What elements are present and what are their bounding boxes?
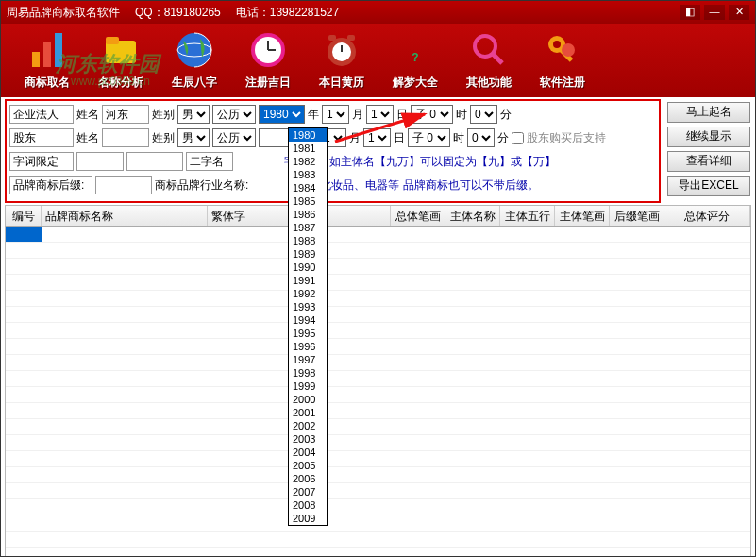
btn-generate[interactable]: 马上起名 (667, 102, 750, 123)
year-option[interactable]: 1987 (289, 221, 327, 234)
year-option[interactable]: 1983 (289, 168, 327, 181)
year-option[interactable]: 1985 (289, 194, 327, 208)
year-option[interactable]: 1993 (289, 300, 327, 313)
cal-2[interactable]: 公历 (212, 128, 256, 147)
tb-analysis[interactable]: 名称分析 (84, 27, 158, 95)
search-icon (466, 27, 512, 73)
tb-register-day[interactable]: 注册吉日 (231, 27, 305, 95)
result-grid: 编号 品牌商标名称 繁体字 总体笔画 主体名称 主体五行 主体笔画 后缀笔画 总… (5, 205, 751, 557)
month-1[interactable]: 1 (322, 105, 349, 124)
sex-2[interactable]: 男 (177, 128, 210, 147)
tb-dream[interactable]: ?解梦大全 (378, 27, 452, 95)
tb-register-soft[interactable]: 软件注册 (526, 27, 599, 95)
twochar[interactable] (186, 152, 233, 171)
tb-trademark[interactable]: 商标取名 (10, 27, 84, 95)
grid-body[interactable] (5, 227, 751, 557)
year-dropdown[interactable]: 1980198119821983198419851986198719881989… (288, 127, 328, 526)
word-limit[interactable] (9, 152, 74, 171)
form-area: 姓名 姓别 男 公历 1980 年 1 月 1 日 子 0 时 0 分 姓名 姓… (5, 99, 661, 203)
svg-line-18 (493, 54, 502, 63)
year-option[interactable]: 1996 (289, 340, 327, 353)
year-option[interactable]: 2009 (289, 512, 327, 525)
tb-bazi[interactable]: 生辰八字 (158, 27, 231, 95)
toolbar: 河东软件园 www.pc0359.cn 商标取名 名称分析 生辰八字 注册吉日 … (1, 24, 755, 97)
close-button[interactable]: ✕ (729, 5, 749, 20)
titlebar: 周易品牌商标取名软件 QQ：819180265 电话：13982281527 ◧… (1, 1, 755, 24)
day-2[interactable]: 1 (363, 128, 391, 147)
svg-rect-14 (347, 35, 355, 41)
word-limit-val2[interactable] (126, 152, 183, 171)
day-1[interactable]: 1 (366, 105, 394, 124)
alarm-icon (319, 27, 364, 73)
hint-row4: 、化妆品、电器等 品牌商标也可以不带后缀。 (309, 177, 538, 194)
sex-1[interactable]: 男 (177, 105, 210, 124)
btn-export[interactable]: 导出EXCEL (667, 176, 750, 196)
cal-1[interactable]: 公历 (212, 105, 256, 124)
key-icon (540, 27, 585, 73)
year-option[interactable]: 1980 (289, 128, 327, 142)
year-option[interactable]: 2008 (289, 498, 327, 512)
svg-point-22 (562, 43, 575, 57)
year-option[interactable]: 2002 (289, 419, 327, 432)
year-option[interactable]: 2004 (289, 446, 327, 459)
year-option[interactable]: 1994 (289, 313, 327, 327)
year-option[interactable]: 1989 (289, 247, 327, 261)
entity-type-1[interactable] (9, 105, 74, 124)
svg-text:?: ? (412, 51, 418, 64)
suffix-val[interactable] (95, 176, 152, 194)
year-option[interactable]: 1991 (289, 274, 327, 287)
year-option[interactable]: 1984 (289, 181, 327, 194)
tel-text: 电话：13982281527 (236, 5, 339, 21)
year-option[interactable]: 2007 (289, 485, 327, 498)
word-limit-val[interactable] (76, 152, 124, 171)
year-1[interactable]: 1980 (259, 105, 305, 124)
qq-text: QQ：819180265 (135, 5, 221, 21)
entity-type-2[interactable] (9, 128, 74, 147)
year-option[interactable]: 2003 (289, 432, 327, 446)
app-title: 周易品牌商标取名软件 (7, 5, 120, 21)
year-option[interactable]: 1986 (289, 208, 327, 221)
year-option[interactable]: 1998 (289, 366, 327, 380)
year-option[interactable]: 2005 (289, 459, 327, 472)
min-2[interactable]: 0 (467, 128, 495, 147)
svg-rect-13 (328, 35, 336, 41)
year-option[interactable]: 1999 (289, 380, 327, 393)
zi-2[interactable]: 子 0 (408, 128, 450, 147)
tb-almanac[interactable]: 本日黄历 (305, 27, 378, 95)
svg-point-17 (475, 36, 496, 57)
year-option[interactable]: 1982 (289, 155, 327, 168)
skin-button[interactable]: ◧ (680, 5, 700, 20)
svg-rect-4 (106, 37, 119, 44)
question-icon: ? (393, 27, 438, 73)
suffix-field[interactable] (9, 176, 92, 194)
globe-icon (172, 27, 217, 73)
year-option[interactable]: 1990 (289, 261, 327, 274)
name-input-2[interactable] (102, 128, 149, 147)
min-1[interactable]: 0 (470, 105, 497, 124)
tb-other[interactable]: 其他功能 (452, 27, 526, 95)
svg-rect-0 (32, 52, 40, 67)
year-option[interactable]: 2000 (289, 393, 327, 406)
btn-continue[interactable]: 继续显示 (667, 127, 750, 147)
btn-detail[interactable]: 查看详细 (667, 151, 750, 172)
folder-icon (98, 27, 143, 73)
year-option[interactable]: 1995 (289, 327, 327, 340)
year-option[interactable]: 2001 (289, 406, 327, 419)
year-option[interactable]: 1981 (289, 142, 327, 155)
year-option[interactable]: 1988 (289, 234, 327, 247)
grid-header: 编号 品牌商标名称 繁体字 总体笔画 主体名称 主体五行 主体笔画 后缀笔画 总… (5, 205, 751, 227)
selected-cell (6, 227, 42, 242)
zi-1[interactable]: 子 0 (411, 105, 453, 124)
minimize-button[interactable]: — (704, 5, 725, 20)
clock-icon (245, 27, 291, 73)
chart-icon (25, 27, 70, 73)
svg-rect-1 (43, 42, 51, 67)
year-option[interactable]: 1997 (289, 353, 327, 366)
year-option[interactable]: 2006 (289, 472, 327, 485)
svg-point-20 (553, 41, 561, 48)
svg-rect-2 (55, 33, 62, 67)
shareholder-check[interactable] (512, 132, 524, 144)
name-input-1[interactable] (102, 105, 149, 124)
year-option[interactable]: 1992 (289, 287, 327, 300)
